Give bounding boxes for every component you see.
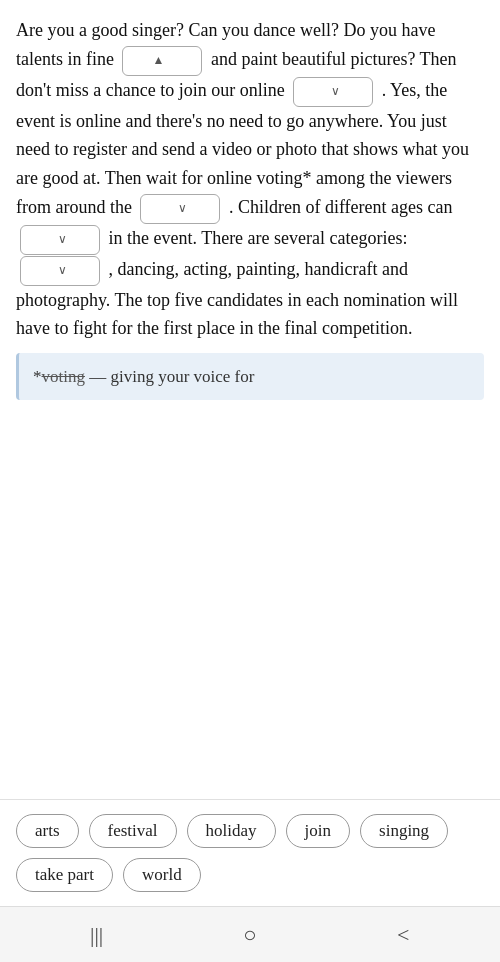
- back-icon[interactable]: <: [373, 922, 433, 948]
- select-1-label: [133, 49, 148, 73]
- hint-strikethrough: voting: [42, 367, 85, 386]
- select-3-label: [151, 197, 174, 221]
- chevron-up-icon-1: ▲: [152, 51, 164, 70]
- hint-rest: — giving your voice for: [85, 367, 255, 386]
- chevron-down-icon-3: ∨: [178, 199, 187, 218]
- select-5-label: [31, 259, 54, 283]
- word-bank: arts festival holiday join singing take …: [0, 799, 500, 906]
- inline-select-5[interactable]: ∨: [20, 256, 100, 286]
- word-chip-arts[interactable]: arts: [16, 814, 79, 848]
- nav-bar: ||| ○ <: [0, 906, 500, 962]
- chevron-down-icon-5: ∨: [58, 261, 67, 280]
- text-4: . Children of different ages can: [229, 197, 453, 217]
- inline-select-4[interactable]: ∨: [20, 225, 100, 255]
- hint-asterisk: *: [33, 367, 42, 386]
- chevron-down-icon-2: ∨: [331, 82, 340, 101]
- inline-select-2[interactable]: ∨: [293, 77, 373, 107]
- paragraph-1: Are you a good singer? Can you dance wel…: [16, 16, 484, 343]
- select-2-label: [304, 80, 327, 104]
- word-chip-festival[interactable]: festival: [89, 814, 177, 848]
- inline-select-1[interactable]: ▲: [122, 46, 202, 76]
- word-chip-singing[interactable]: singing: [360, 814, 448, 848]
- menu-icon[interactable]: |||: [67, 922, 127, 948]
- word-chip-holiday[interactable]: holiday: [187, 814, 276, 848]
- word-chip-take-part[interactable]: take part: [16, 858, 113, 892]
- hint-box: *voting — giving your voice for: [16, 353, 484, 400]
- word-chip-world[interactable]: world: [123, 858, 201, 892]
- word-chip-join[interactable]: join: [286, 814, 350, 848]
- inline-select-3[interactable]: ∨: [140, 194, 220, 224]
- chevron-down-icon-4: ∨: [58, 230, 67, 249]
- select-4-label: [31, 228, 54, 252]
- text-5: in the event. There are several categori…: [109, 228, 408, 248]
- main-content: Are you a good singer? Can you dance wel…: [0, 0, 500, 799]
- home-icon[interactable]: ○: [220, 922, 280, 948]
